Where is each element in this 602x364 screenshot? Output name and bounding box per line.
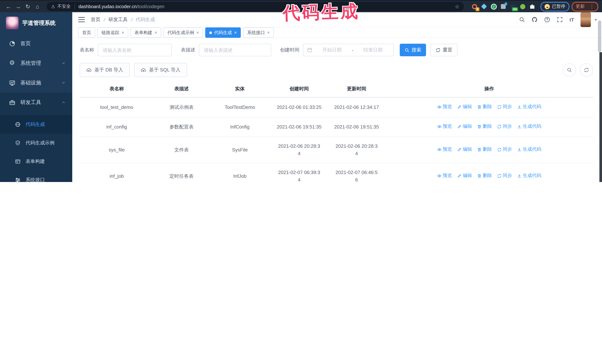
avatar[interactable] xyxy=(581,12,591,27)
sidebar-item-label: 代码生成 xyxy=(26,121,45,128)
reset-button[interactable]: 重置 xyxy=(430,44,458,56)
cell-created: 2021-02-07 06:39:3 4 xyxy=(270,163,328,182)
extension-check-icon[interactable]: ✓ xyxy=(491,3,497,10)
toolbox-icon xyxy=(9,99,15,105)
close-icon[interactable]: × xyxy=(234,30,237,35)
sidebar-item-基础设施[interactable]: 基础设施 xyxy=(0,73,72,93)
pencil-icon xyxy=(457,174,462,178)
font-size-icon[interactable]: tT xyxy=(570,17,574,22)
forward-icon[interactable]: → xyxy=(13,3,23,10)
action-sync[interactable]: 同步 xyxy=(497,103,512,111)
breadcrumb-item[interactable]: 首页 xyxy=(91,16,100,23)
toggle-search-button[interactable] xyxy=(563,63,576,77)
sidebar-item-代码生成示例[interactable]: 代码生成示例 xyxy=(0,134,72,152)
close-icon[interactable]: × xyxy=(121,30,124,35)
close-icon[interactable]: × xyxy=(196,30,199,35)
search-button[interactable]: 搜索 xyxy=(400,44,426,56)
monitor-icon xyxy=(9,80,15,86)
bookmark-star-icon[interactable]: ☆ xyxy=(455,3,459,10)
action-edit[interactable]: 编辑 xyxy=(457,103,472,111)
action-edit[interactable]: 编辑 xyxy=(457,123,472,130)
tab-首页[interactable]: 首页 xyxy=(78,27,95,38)
tab-表单构建[interactable]: 表单构建× xyxy=(130,27,161,38)
action-sync[interactable]: 同步 xyxy=(497,123,512,130)
back-icon[interactable]: ← xyxy=(4,3,13,10)
action-generate-code[interactable]: 生成代码 xyxy=(517,146,541,153)
db-import-button[interactable]: 基于 DB 导入 xyxy=(80,63,130,77)
action-edit[interactable]: 编辑 xyxy=(457,146,472,153)
tab-系统接口[interactable]: 系统接口× xyxy=(243,27,274,38)
action-sync[interactable]: 同步 xyxy=(497,146,512,153)
paused-chip[interactable]: 已暂停 xyxy=(540,2,570,11)
date-range-input[interactable]: 开始日期 - 结束日期 xyxy=(303,44,394,56)
column-header: 操作 xyxy=(385,81,593,97)
column-header: 更新时间 xyxy=(328,81,385,97)
help-icon[interactable] xyxy=(544,17,550,23)
reload-icon[interactable]: ↻ xyxy=(23,3,32,10)
tab-代码生成[interactable]: 代码生成× xyxy=(205,27,241,38)
action-label: 预览 xyxy=(443,103,452,111)
action-generate-code[interactable]: 生成代码 xyxy=(517,103,541,111)
table-desc-input[interactable] xyxy=(199,44,271,56)
cell-created: 2021-02-06 01:33:25 xyxy=(270,97,328,117)
github-icon[interactable] xyxy=(532,17,538,23)
breadcrumb-separator: / xyxy=(104,17,105,22)
extension-green-icon[interactable] xyxy=(519,3,526,10)
action-edit[interactable]: 编辑 xyxy=(457,172,472,179)
action-preview[interactable]: 预览 xyxy=(437,103,452,111)
breadcrumb-item[interactable]: 研发工具 xyxy=(108,16,128,23)
refresh-icon xyxy=(436,48,441,52)
close-icon[interactable]: × xyxy=(154,30,157,35)
cell-created: 2021-02-06 19:51:35 xyxy=(270,117,328,137)
home-icon[interactable]: ⌂ xyxy=(32,3,42,10)
action-label: 同步 xyxy=(503,103,512,111)
action-delete[interactable]: 删除 xyxy=(477,103,492,111)
chevron-down-icon xyxy=(62,61,65,65)
scrollbar-track[interactable] xyxy=(599,52,602,182)
action-preview[interactable]: 预览 xyxy=(437,146,452,153)
refresh-table-button[interactable] xyxy=(580,63,593,77)
sidebar-item-代码生成[interactable]: 代码生成 xyxy=(0,115,72,134)
table-row: inf_job定时任务表InfJob2021-02-07 06:39:3 420… xyxy=(80,163,593,182)
pencil-icon xyxy=(457,147,462,152)
action-generate-code[interactable]: 生成代码 xyxy=(517,123,541,130)
extension-puzzle-icon[interactable] xyxy=(529,3,535,10)
sidebar-item-系统管理[interactable]: ⚙系统管理 xyxy=(0,53,72,73)
scrollbar-thumb[interactable] xyxy=(598,20,601,52)
update-button[interactable]: 更新 ⋮ xyxy=(572,2,598,11)
action-generate-code[interactable]: 生成代码 xyxy=(517,172,541,179)
extension-on-icon[interactable]: on xyxy=(510,3,516,10)
action-preview[interactable]: 预览 xyxy=(437,172,452,179)
action-sync[interactable]: 同步 xyxy=(497,172,512,179)
sidebar-item-研发工具[interactable]: 研发工具 xyxy=(0,93,72,112)
chrome-menu-icon[interactable]: ⋮ xyxy=(589,4,594,9)
extension-gem-icon[interactable] xyxy=(481,3,487,10)
sync-icon xyxy=(497,147,502,152)
sidebar-item-表单构建[interactable]: 表单构建 xyxy=(0,152,72,171)
close-icon[interactable]: × xyxy=(267,30,270,35)
table-name-input[interactable] xyxy=(98,44,172,56)
action-preview[interactable]: 预览 xyxy=(437,123,452,130)
action-label: 同步 xyxy=(503,123,512,130)
column-header: 实体 xyxy=(209,81,270,97)
cell-name: inf_job xyxy=(80,163,154,182)
extension-columns-icon[interactable] xyxy=(500,3,506,10)
security-badge[interactable]: ⚠ 不安全 xyxy=(51,3,71,10)
tab-代码生成示例[interactable]: 代码生成示例× xyxy=(163,27,203,38)
sidebar-item-首页[interactable]: 首页 xyxy=(0,34,72,53)
fullscreen-icon[interactable] xyxy=(557,17,563,23)
cell-created: 2021-02-06 20:28:3 4 xyxy=(270,137,328,163)
action-delete[interactable]: 删除 xyxy=(477,172,492,179)
filter-form: 表名称 表描述 创建时间 开始日期 - 结束日期 搜索 xyxy=(80,44,593,56)
sql-import-button[interactable]: 基于 SQL 导入 xyxy=(134,63,187,77)
action-delete[interactable]: 删除 xyxy=(477,146,492,153)
action-delete[interactable]: 删除 xyxy=(477,123,492,130)
sidebar-item-系统接口[interactable]: 系统接口 xyxy=(0,171,72,182)
extension-orange-icon[interactable]: 1 xyxy=(471,3,478,10)
address-bar[interactable]: ⚠ 不安全 dashboard.yudao.iocoder.cn/tool/co… xyxy=(47,2,464,11)
sidebar-item-label: 系统管理 xyxy=(20,60,41,66)
tab-链路追踪[interactable]: 链路追踪× xyxy=(97,27,128,38)
caret-down-icon[interactable]: ▾ xyxy=(595,17,597,22)
search-icon[interactable] xyxy=(519,17,525,23)
collapse-menu-icon[interactable] xyxy=(78,17,85,22)
